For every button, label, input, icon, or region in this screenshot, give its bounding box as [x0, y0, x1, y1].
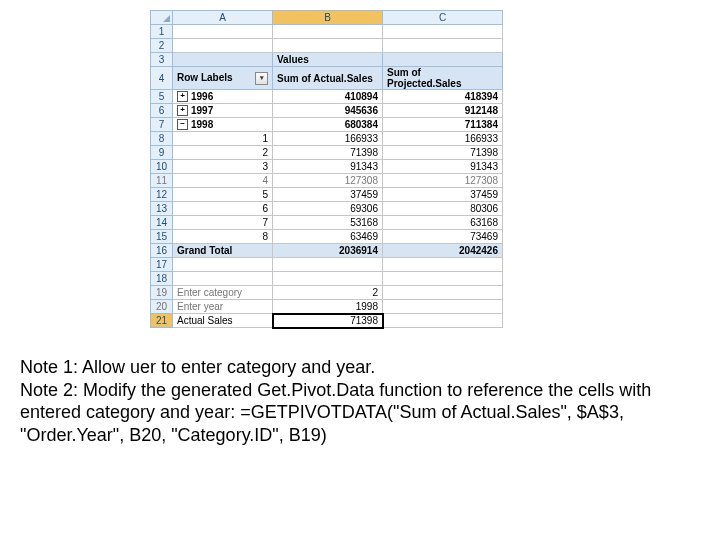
- year-label: 1997: [191, 105, 213, 116]
- row-header[interactable]: 16: [151, 244, 173, 258]
- row-header[interactable]: 20: [151, 300, 173, 314]
- cell[interactable]: 127308: [383, 174, 503, 188]
- enter-year-label: Enter year: [173, 300, 273, 314]
- cell[interactable]: [173, 272, 273, 286]
- pivot-row-labels[interactable]: Row Labels ▾: [173, 67, 273, 90]
- row-header[interactable]: 6: [151, 104, 173, 118]
- cell[interactable]: 2042426: [383, 244, 503, 258]
- cell[interactable]: [383, 314, 503, 328]
- cell[interactable]: [383, 272, 503, 286]
- row-header[interactable]: 18: [151, 272, 173, 286]
- pivot-year-1997[interactable]: +1997: [173, 104, 273, 118]
- cell[interactable]: [273, 25, 383, 39]
- cell[interactable]: 91343: [383, 160, 503, 174]
- row-header[interactable]: 11: [151, 174, 173, 188]
- cell[interactable]: 2: [173, 146, 273, 160]
- cell[interactable]: 37459: [383, 188, 503, 202]
- row-header[interactable]: 3: [151, 53, 173, 67]
- cell[interactable]: [383, 300, 503, 314]
- cell[interactable]: 127308: [273, 174, 383, 188]
- cell[interactable]: 63168: [383, 216, 503, 230]
- cell[interactable]: 7: [173, 216, 273, 230]
- expand-icon[interactable]: +: [177, 105, 188, 116]
- row-header[interactable]: 15: [151, 230, 173, 244]
- cell[interactable]: [383, 25, 503, 39]
- cell[interactable]: 711384: [383, 118, 503, 132]
- cell[interactable]: [383, 286, 503, 300]
- cell[interactable]: [173, 25, 273, 39]
- cell[interactable]: 166933: [383, 132, 503, 146]
- cell[interactable]: [173, 53, 273, 67]
- cell[interactable]: 63469: [273, 230, 383, 244]
- row-header[interactable]: 10: [151, 160, 173, 174]
- spreadsheet-grid[interactable]: A B C 1 2 3 Values 4 Row Labels ▾ Sum of…: [150, 10, 503, 328]
- cell[interactable]: 680384: [273, 118, 383, 132]
- col-header-c[interactable]: C: [383, 11, 503, 25]
- cell[interactable]: 8: [173, 230, 273, 244]
- row-header[interactable]: 19: [151, 286, 173, 300]
- cell[interactable]: [383, 258, 503, 272]
- col-header-a[interactable]: A: [173, 11, 273, 25]
- row-header[interactable]: 12: [151, 188, 173, 202]
- row-header[interactable]: 4: [151, 67, 173, 90]
- cell[interactable]: [173, 39, 273, 53]
- cell[interactable]: 418394: [383, 90, 503, 104]
- cell[interactable]: 166933: [273, 132, 383, 146]
- actual-sales-label: Actual Sales: [173, 314, 273, 328]
- cell[interactable]: 3: [173, 160, 273, 174]
- row-labels-dropdown-icon[interactable]: ▾: [255, 72, 268, 85]
- cell[interactable]: [273, 258, 383, 272]
- row-header[interactable]: 13: [151, 202, 173, 216]
- cell[interactable]: 80306: [383, 202, 503, 216]
- row-header[interactable]: 17: [151, 258, 173, 272]
- row-header[interactable]: 9: [151, 146, 173, 160]
- cell[interactable]: 410894: [273, 90, 383, 104]
- cell[interactable]: 37459: [273, 188, 383, 202]
- pivot-year-1998[interactable]: −1998: [173, 118, 273, 132]
- pivot-year-1996[interactable]: +1996: [173, 90, 273, 104]
- enter-year-value[interactable]: 1998: [273, 300, 383, 314]
- row-header[interactable]: 8: [151, 132, 173, 146]
- row-header[interactable]: 21: [151, 314, 173, 328]
- note-2: Note 2: Modify the generated Get.Pivot.D…: [20, 379, 700, 447]
- pivot-col-actual: Sum of Actual.Sales: [273, 67, 383, 90]
- note-1: Note 1: Allow uer to enter category and …: [20, 356, 700, 379]
- notes-block: Note 1: Allow uer to enter category and …: [20, 356, 700, 446]
- cell[interactable]: 912148: [383, 104, 503, 118]
- cell[interactable]: 4: [173, 174, 273, 188]
- actual-sales-value[interactable]: 71398: [273, 314, 383, 328]
- expand-icon[interactable]: +: [177, 91, 188, 102]
- cell[interactable]: [383, 53, 503, 67]
- collapse-icon[interactable]: −: [177, 119, 188, 130]
- cell[interactable]: 71398: [273, 146, 383, 160]
- cell[interactable]: 71398: [383, 146, 503, 160]
- pivot-values-label: Values: [273, 53, 383, 67]
- cell[interactable]: 6: [173, 202, 273, 216]
- row-header[interactable]: 2: [151, 39, 173, 53]
- cell[interactable]: 1: [173, 132, 273, 146]
- grand-total-label: Grand Total: [173, 244, 273, 258]
- cell[interactable]: 2036914: [273, 244, 383, 258]
- col-header-b[interactable]: B: [273, 11, 383, 25]
- cell[interactable]: [173, 258, 273, 272]
- enter-category-label: Enter category: [173, 286, 273, 300]
- row-labels-text: Row Labels: [177, 72, 233, 83]
- cell[interactable]: 73469: [383, 230, 503, 244]
- year-label: 1998: [191, 119, 213, 130]
- cell[interactable]: 5: [173, 188, 273, 202]
- row-header[interactable]: 5: [151, 90, 173, 104]
- cell[interactable]: [273, 272, 383, 286]
- enter-category-value[interactable]: 2: [273, 286, 383, 300]
- select-all-corner[interactable]: [151, 11, 173, 25]
- pivot-col-projected: Sum of Projected.Sales: [383, 67, 503, 90]
- cell[interactable]: [273, 39, 383, 53]
- year-label: 1996: [191, 91, 213, 102]
- row-header[interactable]: 14: [151, 216, 173, 230]
- row-header[interactable]: 1: [151, 25, 173, 39]
- cell[interactable]: 69306: [273, 202, 383, 216]
- cell[interactable]: 53168: [273, 216, 383, 230]
- cell[interactable]: [383, 39, 503, 53]
- row-header[interactable]: 7: [151, 118, 173, 132]
- cell[interactable]: 945636: [273, 104, 383, 118]
- cell[interactable]: 91343: [273, 160, 383, 174]
